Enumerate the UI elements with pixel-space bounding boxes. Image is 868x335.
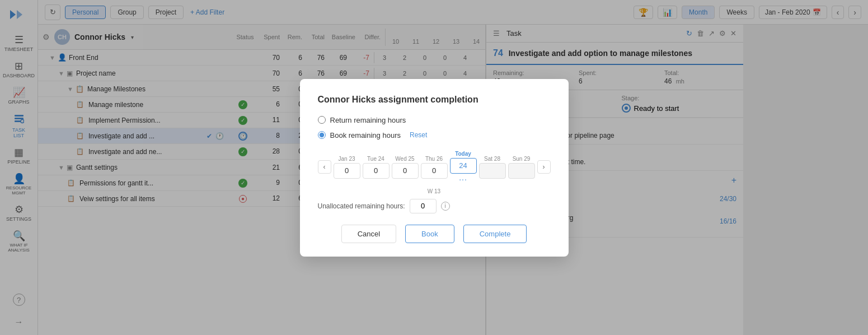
more-dots[interactable]: ··· xyxy=(459,175,467,184)
modal-title: Connor Hicks assignment completion xyxy=(318,95,551,105)
return-radio[interactable] xyxy=(318,116,326,124)
cal-input-today[interactable] xyxy=(450,158,477,174)
calendar-strip: ‹ Jan 23 Tue 24 Wed 25 Thu 26 Today ··· xyxy=(318,151,551,184)
complete-button[interactable]: Complete xyxy=(463,225,527,243)
unallocated-row: Unallocated remaining hours: i xyxy=(318,199,551,213)
info-icon[interactable]: i xyxy=(441,202,450,211)
cancel-button[interactable]: Cancel xyxy=(341,225,396,243)
unallocated-label: Unallocated remaining hours: xyxy=(318,202,405,210)
cal-prev-button[interactable]: ‹ xyxy=(318,160,331,174)
book-radio[interactable] xyxy=(318,131,326,139)
modal-actions: Cancel Book Complete xyxy=(318,225,551,243)
return-hours-option[interactable]: Return remaining hours xyxy=(318,116,551,124)
cal-next-button[interactable]: › xyxy=(537,160,551,174)
week-label: W 13 xyxy=(318,188,551,194)
cal-input-wed25[interactable] xyxy=(392,163,419,179)
radio-group: Return remaining hours Book remaining ho… xyxy=(318,116,551,139)
modal-dialog: Connor Hicks assignment completion Retur… xyxy=(300,79,569,257)
cal-day-tue24: Tue 24 xyxy=(363,156,390,179)
cal-day-sun29: Sun 29 xyxy=(508,156,535,179)
cal-input-jan23[interactable] xyxy=(334,163,360,179)
modal-overlay: Connor Hicks assignment completion Retur… xyxy=(0,0,868,335)
cal-input-sun29[interactable] xyxy=(508,163,535,179)
return-label: Return remaining hours xyxy=(330,116,406,124)
cal-day-wed25: Wed 25 xyxy=(392,156,419,179)
reset-link[interactable]: Reset xyxy=(410,131,427,139)
cal-input-thu26[interactable] xyxy=(421,163,448,179)
cal-day-jan23: Jan 23 xyxy=(334,156,360,179)
book-button[interactable]: Book xyxy=(405,225,454,243)
book-hours-option[interactable]: Book remaining hours Reset xyxy=(318,131,551,139)
cal-day-sat28: Sat 28 xyxy=(479,156,506,179)
book-label: Book remaining hours xyxy=(330,131,401,139)
cal-input-tue24[interactable] xyxy=(363,163,390,179)
unallocated-input[interactable] xyxy=(410,199,437,213)
cal-input-sat28[interactable] xyxy=(479,163,506,179)
cal-day-today: Today ··· xyxy=(450,151,477,184)
cal-day-thu26: Thu 26 xyxy=(421,156,448,179)
